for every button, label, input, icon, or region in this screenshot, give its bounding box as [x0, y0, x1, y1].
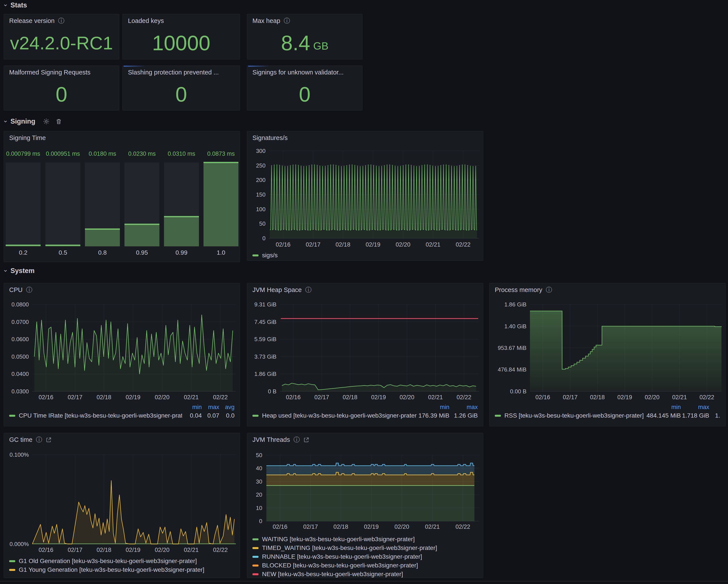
cpu-legend: CPU Time IRate [teku-w3s-besu-teku-goerl…: [9, 411, 235, 420]
section-system[interactable]: System: [3, 266, 34, 276]
legend-label-text: TIMED_WAITING [teku-w3s-besu-teku-goerli…: [262, 544, 437, 552]
heap-legend: Heap used [teku-w3s-besu-teku-goerli-web…: [253, 411, 478, 420]
info-icon[interactable]: ⓘ: [58, 18, 64, 24]
gauge-bar: [125, 162, 159, 246]
info-icon[interactable]: ⓘ: [546, 287, 552, 293]
legend-calc-headers: minmax: [253, 403, 478, 411]
legend-label-text: sigs/s: [262, 252, 278, 259]
legend-series-label[interactable]: NEW [teku-w3s-besu-teku-goerli-web3signe…: [253, 571, 478, 578]
x-tick-label: 02/16: [286, 394, 301, 401]
y-tick-label: 0.0600: [11, 336, 29, 342]
signatures-title[interactable]: Signatures/s: [253, 134, 288, 142]
max-heap-title[interactable]: Max heap ⓘ: [253, 17, 290, 24]
gc-time-title[interactable]: GC time ⓘ: [9, 436, 52, 443]
y-tick-label: 10: [256, 505, 262, 511]
legend-header-min[interactable]: min: [644, 404, 681, 411]
legend-row: TIMED_WAITING [teku-w3s-besu-teku-goerli…: [253, 543, 478, 552]
gc-time-panel: GC time ⓘ 0.100%0.000%02/1602/1702/1802/…: [4, 433, 240, 578]
legend-row: WAITING [teku-w3s-besu-teku-goerli-web3s…: [253, 535, 478, 543]
panel-title-text: Loaded keys: [128, 17, 164, 24]
legend-series-label[interactable]: G1 Young Generation [teku-w3s-besu-teku-…: [9, 566, 235, 573]
legend-series-label[interactable]: RSS [teku-w3s-besu-teku-goerli-web3signe…: [495, 412, 644, 419]
jvm-threads-panel: JVM Threads ⓘ 5040302010002/1602/1702/18…: [247, 433, 483, 578]
legend-label-text: Heap used [teku-w3s-besu-teku-goerli-web…: [262, 412, 417, 419]
gauge-bar: [85, 162, 120, 246]
process-memory-title[interactable]: Process memory ⓘ: [495, 286, 552, 294]
legend-header-max[interactable]: max: [681, 404, 709, 411]
section-stats[interactable]: Stats: [3, 0, 27, 10]
x-tick-label: 02/17: [303, 524, 318, 530]
gauge-value: 0.0180 ms: [85, 151, 120, 157]
info-icon[interactable]: ⓘ: [26, 287, 32, 293]
legend-series-label[interactable]: G1 Old Generation [teku-w3s-besu-teku-go…: [9, 558, 235, 564]
legend-swatch: [253, 547, 259, 549]
release-version-title[interactable]: Release version ⓘ: [9, 17, 64, 24]
unknown-validator-title[interactable]: Signings for unknown validator...: [253, 69, 344, 76]
external-link-icon[interactable]: [303, 437, 309, 443]
panel-title-text: GC time: [9, 436, 32, 443]
signatures-panel: Signatures/s 30025020015010050002/1602/1…: [247, 131, 483, 261]
legend-row: RUNNABLE [teku-w3s-besu-teku-goerli-web3…: [253, 552, 478, 561]
malformed-requests-title[interactable]: Malformed Signing Requests: [9, 69, 90, 76]
info-icon[interactable]: ⓘ: [305, 287, 312, 293]
loaded-keys-title[interactable]: Loaded keys: [128, 17, 164, 24]
legend-header-max[interactable]: max: [202, 404, 219, 411]
info-icon[interactable]: ⓘ: [36, 437, 42, 443]
legend-series-label[interactable]: Heap used [teku-w3s-besu-teku-goerli-web…: [253, 412, 417, 419]
x-tick-label: 02/19: [364, 524, 379, 530]
legend-value: 176.39 MiB: [417, 412, 449, 419]
legend-series-label[interactable]: RUNNABLE [teku-w3s-besu-teku-goerli-web3…: [253, 553, 478, 560]
legend-series-label[interactable]: TIMED_WAITING [teku-w3s-besu-teku-goerli…: [253, 544, 478, 552]
gear-icon[interactable]: [43, 118, 50, 125]
trash-icon[interactable]: [55, 118, 62, 125]
legend-header-avg[interactable]: avg: [219, 404, 235, 411]
jvm-heap-title[interactable]: JVM Heap Space ⓘ: [253, 286, 312, 294]
legend-swatch: [495, 415, 501, 417]
x-tick-label: 02/20: [155, 547, 170, 553]
legend-series-label[interactable]: BLOCKED [teku-w3s-besu-teku-goerli-web3s…: [253, 562, 478, 569]
y-tick-label: 40: [256, 465, 262, 472]
loaded-keys-panel: Loaded keys 10000: [123, 14, 240, 59]
process-memory-panel: Process memory ⓘ 1.86 GiB1.40 GiB953.67 …: [489, 283, 726, 426]
x-tick-label: 02/20: [395, 524, 410, 530]
signing-time-title[interactable]: Signing Time: [9, 134, 46, 142]
legend-header-min[interactable]: min: [182, 404, 202, 411]
y-tick-label: 150: [256, 191, 265, 198]
info-icon[interactable]: ⓘ: [284, 18, 290, 24]
legend-series-label[interactable]: WAITING [teku-w3s-besu-teku-goerli-web3s…: [253, 536, 478, 543]
section-signing[interactable]: Signing: [3, 117, 62, 126]
cpu-title[interactable]: CPU ⓘ: [9, 286, 32, 294]
legend-row: BLOCKED [teku-w3s-besu-teku-goerli-web3s…: [253, 561, 478, 570]
legend-series-label[interactable]: CPU Time IRate [teku-w3s-besu-teku-goerl…: [9, 412, 182, 419]
gauge-bar: [164, 162, 199, 246]
x-tick-label: 02/20: [396, 241, 411, 248]
gauge-column-p0.95: 0.0230 ms0.95: [125, 131, 159, 262]
x-tick-label: 02/18: [97, 394, 111, 401]
gauge-column-p0.8: 0.0180 ms0.8: [85, 131, 120, 262]
x-tick-label: 02/19: [366, 241, 381, 248]
x-tick-label: 02/19: [126, 394, 140, 401]
gauge-fill-cap: [46, 245, 80, 246]
legend-header-max[interactable]: max: [449, 404, 478, 411]
legend-row: sigs/s: [253, 251, 478, 260]
legend-header-min[interactable]: min: [417, 404, 449, 411]
external-link-icon[interactable]: [46, 437, 52, 443]
slashing-prevented-title[interactable]: Slashing protection prevented ...: [128, 69, 219, 76]
legend-row: NEW [teku-w3s-besu-teku-goerli-web3signe…: [253, 570, 478, 578]
next-row-divider: [0, 581, 728, 581]
y-tick-label: 0.000%: [9, 541, 29, 547]
panel-title-text: Signings for unknown validator...: [253, 69, 344, 76]
legend-row: RSS [teku-w3s-besu-teku-goerli-web3signe…: [495, 411, 720, 420]
x-tick-label: 02/22: [457, 394, 471, 401]
gauge-bar: [204, 162, 238, 246]
y-tick-label: 9.31 GiB: [254, 301, 277, 308]
panel-title-text: Max heap: [253, 17, 280, 24]
x-tick-label: 02/18: [333, 524, 348, 530]
jvm-threads-title[interactable]: JVM Threads ⓘ: [253, 436, 309, 443]
panel-title-text: Signatures/s: [253, 134, 288, 142]
info-icon[interactable]: ⓘ: [293, 437, 300, 443]
legend-series-label[interactable]: sigs/s: [253, 252, 478, 259]
gauge-percentile-label: 0.2: [6, 249, 41, 256]
slashing-prevented-value: 0: [123, 78, 240, 110]
legend-label-text: RSS [teku-w3s-besu-teku-goerli-web3signe…: [504, 412, 644, 419]
